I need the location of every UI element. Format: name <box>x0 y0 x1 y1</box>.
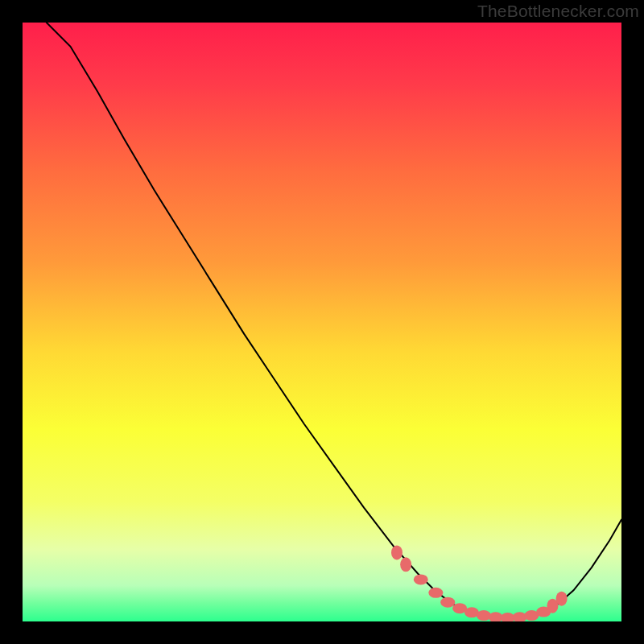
marker-dot <box>440 597 455 608</box>
marker-dot <box>400 557 411 572</box>
marker-dot <box>391 545 402 559</box>
marker-dot <box>477 610 491 621</box>
marker-dot <box>428 588 443 598</box>
chart-frame: TheBottlenecker.com <box>0 0 644 644</box>
plot-area <box>23 23 621 621</box>
chart-background <box>23 23 621 621</box>
marker-dot <box>556 592 568 606</box>
attribution-text: TheBottlenecker.com <box>477 2 639 21</box>
marker-dot <box>414 574 428 584</box>
chart-svg <box>23 23 621 621</box>
